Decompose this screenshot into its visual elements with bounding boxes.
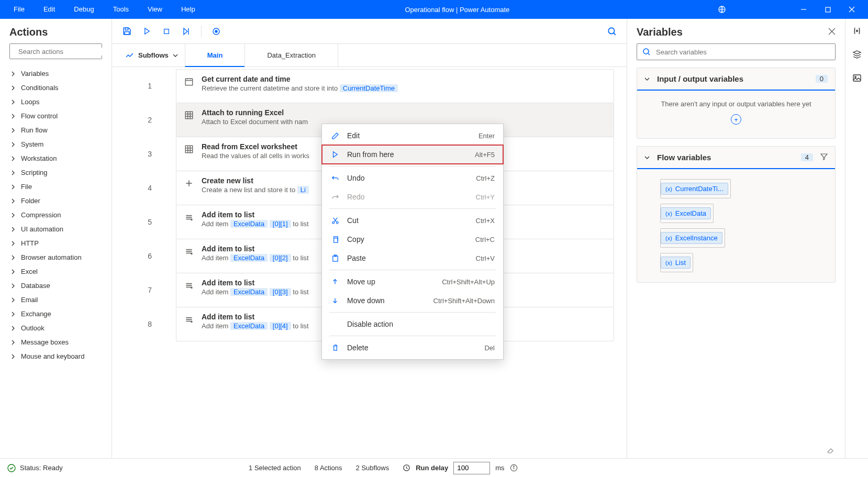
variable-chip[interactable]: (x) List bbox=[660, 253, 693, 272]
minimize-button[interactable] bbox=[792, 0, 816, 19]
editor-search-button[interactable] bbox=[605, 24, 619, 39]
step-icon bbox=[184, 144, 194, 154]
action-category-label: Mouse and keyboard bbox=[21, 352, 84, 360]
context-menu-move-up[interactable]: Move upCtrl+Shift+Alt+Up bbox=[322, 272, 503, 291]
action-category[interactable]: Variables bbox=[1, 66, 110, 81]
action-category[interactable]: Outlook bbox=[1, 321, 110, 335]
action-category[interactable]: UI automation bbox=[1, 222, 110, 236]
subflows-icon bbox=[126, 51, 134, 60]
variable-token: ExcelData bbox=[230, 288, 268, 296]
action-category[interactable]: HTTP bbox=[1, 236, 110, 250]
action-category[interactable]: Excel bbox=[1, 264, 110, 279]
variables-close-button[interactable] bbox=[828, 28, 836, 37]
actions-search[interactable] bbox=[9, 43, 102, 59]
context-menu-copy[interactable]: CopyCtrl+C bbox=[322, 230, 503, 249]
filter-icon[interactable] bbox=[820, 153, 828, 162]
action-category[interactable]: Run flow bbox=[1, 123, 110, 137]
context-menu-cut[interactable]: CutCtrl+X bbox=[322, 211, 503, 230]
web-icon[interactable] bbox=[710, 0, 734, 19]
variable-chip[interactable]: (x) ExcelInstance bbox=[660, 228, 725, 248]
chevron-right-icon bbox=[10, 227, 16, 232]
variable-token: [0][1] bbox=[270, 220, 291, 228]
context-menu-paste[interactable]: PasteCtrl+V bbox=[322, 249, 503, 268]
add-io-variable-button[interactable]: + bbox=[731, 114, 741, 125]
subflows-label: Subflows bbox=[138, 51, 169, 59]
flow-variables-header[interactable]: Flow variables 4 bbox=[637, 147, 835, 169]
variables-search-input[interactable] bbox=[656, 48, 830, 56]
action-category[interactable]: Scripting bbox=[1, 165, 110, 180]
context-menu-separator bbox=[329, 270, 496, 270]
menu-file[interactable]: File bbox=[4, 0, 34, 19]
context-menu-delete[interactable]: DeleteDel bbox=[322, 338, 503, 357]
eraser-icon[interactable] bbox=[627, 441, 845, 458]
action-category[interactable]: Email bbox=[1, 293, 110, 307]
action-category[interactable]: Flow control bbox=[1, 109, 110, 123]
context-menu-run-from-here[interactable]: Run from hereAlt+F5 bbox=[322, 145, 503, 164]
action-category-label: Variables bbox=[21, 70, 49, 77]
action-category[interactable]: System bbox=[1, 137, 110, 151]
context-menu-label: Run from here bbox=[347, 150, 468, 159]
action-category[interactable]: Message boxes bbox=[1, 335, 110, 349]
stop-button[interactable] bbox=[159, 24, 174, 39]
action-category[interactable]: Compression bbox=[1, 208, 110, 222]
action-category[interactable]: Exchange bbox=[1, 307, 110, 321]
variable-chip[interactable]: (x) CurrentDateTi... bbox=[660, 179, 731, 198]
action-category[interactable]: Conditionals bbox=[1, 81, 110, 95]
main-menu: FileEditDebugToolsViewHelp bbox=[4, 0, 205, 19]
step-icon bbox=[184, 178, 194, 188]
tab-main[interactable]: Main bbox=[185, 44, 246, 67]
context-menu-label: Redo bbox=[347, 193, 469, 201]
step-button[interactable] bbox=[179, 24, 194, 39]
flow-step[interactable]: Get current date and timeRetrieve the cu… bbox=[176, 69, 614, 103]
context-menu-label: Undo bbox=[347, 174, 469, 182]
action-category[interactable]: Folder bbox=[1, 194, 110, 208]
action-category[interactable]: Browser automation bbox=[1, 250, 110, 264]
menu-tools[interactable]: Tools bbox=[104, 0, 138, 19]
close-button[interactable] bbox=[840, 0, 864, 19]
save-button[interactable] bbox=[119, 24, 134, 39]
flow-variables-count: 4 bbox=[801, 153, 813, 161]
run-delay-input[interactable] bbox=[453, 462, 490, 474]
action-category[interactable]: Database bbox=[1, 279, 110, 293]
title-bar: FileEditDebugToolsViewHelp Operational f… bbox=[0, 0, 868, 19]
info-icon[interactable] bbox=[510, 464, 518, 472]
menu-debug[interactable]: Debug bbox=[64, 0, 103, 19]
images-rail-button[interactable] bbox=[852, 73, 862, 84]
variables-pane: Variables Input / output variables 0 The… bbox=[627, 19, 845, 458]
record-button[interactable] bbox=[209, 24, 224, 39]
svg-line-54 bbox=[648, 53, 650, 55]
variables-rail-button[interactable] bbox=[852, 26, 862, 37]
line-number: 8 bbox=[112, 307, 161, 341]
actions-heading: Actions bbox=[0, 19, 112, 43]
action-category[interactable]: File bbox=[1, 180, 110, 194]
layers-rail-button[interactable] bbox=[852, 50, 862, 61]
actions-search-input[interactable] bbox=[18, 48, 106, 56]
io-variables-section: Input / output variables 0 There aren't … bbox=[637, 68, 836, 139]
context-menu-move-down[interactable]: Move downCtrl+Shift+Alt+Down bbox=[322, 291, 503, 310]
play-icon bbox=[330, 150, 340, 159]
run-button[interactable] bbox=[139, 24, 154, 39]
io-variables-count: 0 bbox=[816, 75, 828, 83]
variable-chip[interactable]: (x) ExcelData bbox=[660, 204, 714, 223]
maximize-button[interactable] bbox=[816, 0, 840, 19]
context-menu-label: Move up bbox=[347, 278, 435, 286]
action-category-label: Workstation bbox=[21, 154, 57, 162]
menu-view[interactable]: View bbox=[138, 0, 172, 19]
context-menu-edit[interactable]: EditEnter bbox=[322, 126, 503, 145]
chevron-right-icon bbox=[10, 340, 16, 345]
context-menu-undo[interactable]: UndoCtrl+Z bbox=[322, 169, 503, 187]
tab-data_extraction[interactable]: Data_Extraction bbox=[244, 44, 338, 67]
context-menu-shortcut: Ctrl+Z bbox=[476, 174, 495, 182]
context-menu-separator bbox=[329, 208, 496, 209]
menu-edit[interactable]: Edit bbox=[34, 0, 64, 19]
variable-token: [0][4] bbox=[270, 322, 291, 330]
subflows-dropdown[interactable]: Subflows bbox=[118, 51, 185, 60]
action-category[interactable]: Workstation bbox=[1, 151, 110, 165]
menu-help[interactable]: Help bbox=[172, 0, 205, 19]
status-bar: Status: Ready 1 Selected action 8 Action… bbox=[0, 458, 868, 477]
io-variables-header[interactable]: Input / output variables 0 bbox=[637, 68, 835, 91]
variables-search[interactable] bbox=[637, 43, 836, 60]
action-category[interactable]: Loops bbox=[1, 95, 110, 109]
context-menu-disable-action[interactable]: Disable action bbox=[322, 315, 503, 334]
action-category[interactable]: Mouse and keyboard bbox=[1, 349, 110, 363]
